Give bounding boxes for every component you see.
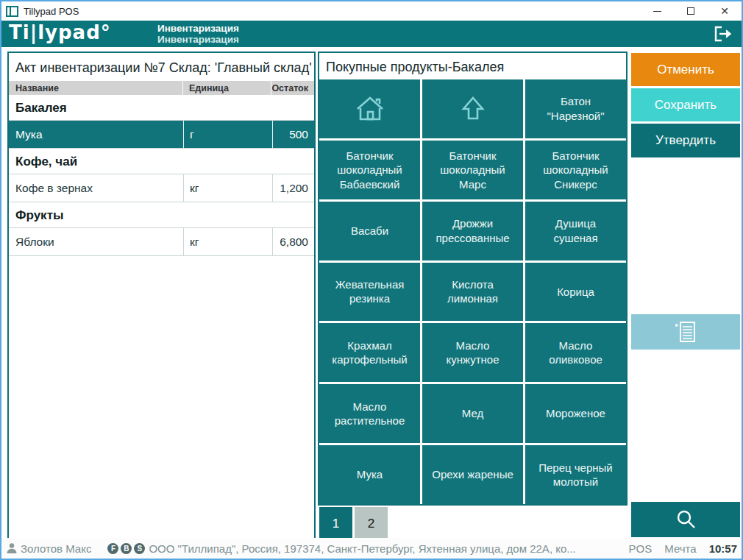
fiscal-indicator-icon: F	[107, 543, 118, 554]
cell-unit: кг	[183, 174, 272, 202]
app-window: Tillypad POS ✕ Ti|lypad° Инвентаризация …	[0, 0, 743, 560]
products-panel: Покупные продукты-Бакалея Батон "Нарезно…	[318, 52, 628, 506]
breadcrumb-subsection: Инвентаризация	[157, 34, 239, 45]
app-header: Ti|lypad° Инвентаризация Инвентаризация	[1, 21, 742, 47]
table-row[interactable]: Кофе в зернах кг 1,200	[9, 174, 314, 202]
table-row-selected[interactable]: Мука г 500	[9, 121, 314, 149]
app-mode: POS	[629, 542, 653, 555]
product-button[interactable]: Перец черный молотый	[525, 445, 626, 504]
current-user: Золотов Макс	[6, 542, 91, 555]
station-name: Мечта	[664, 542, 696, 555]
logout-icon	[713, 25, 733, 43]
product-button[interactable]: Батончик шоколадный Бабаевский	[319, 141, 420, 199]
category-row[interactable]: Бакалея	[9, 95, 314, 121]
tillypad-logo: Ti|lypad°	[9, 21, 111, 43]
product-button[interactable]: Корица	[525, 263, 626, 322]
backup-indicator-icon: B	[121, 543, 132, 554]
document-list-icon	[673, 320, 698, 344]
cell-name: Мука	[9, 121, 183, 148]
inventory-title: Акт инвентаризации №7 Склад: 'Главный ск…	[9, 53, 314, 81]
maximize-button[interactable]	[674, 1, 708, 21]
user-name: Золотов Макс	[21, 542, 91, 555]
app-icon	[6, 6, 18, 17]
cell-qty: 6,800	[272, 228, 314, 255]
document-list-button[interactable]	[631, 314, 740, 350]
status-right: POS Мечта 10:57	[629, 542, 737, 555]
page-button-1[interactable]: 1	[319, 507, 352, 540]
product-button[interactable]: Мороженое	[525, 384, 626, 443]
product-button[interactable]: Орехи жареные	[422, 445, 523, 504]
window-controls: ✕	[640, 1, 742, 21]
cell-unit: г	[183, 121, 272, 148]
product-button[interactable]: Масло кунжутное	[422, 323, 523, 382]
product-button[interactable]: Кислота лимонная	[422, 263, 523, 322]
clock: 10:57	[709, 542, 737, 555]
close-button[interactable]: ✕	[708, 1, 742, 21]
cell-unit: кг	[183, 228, 272, 255]
cell-qty: 1,200	[272, 174, 314, 202]
user-icon	[6, 542, 18, 554]
close-icon: ✕	[720, 5, 729, 17]
cancel-button[interactable]: Отменить	[631, 53, 740, 86]
company-info: ООО "Тиллипад", Россия, 197374, Санкт-Пе…	[149, 542, 628, 555]
inventory-panel: Акт инвентаризации №7 Склад: 'Главный ск…	[7, 52, 316, 539]
product-button[interactable]: Мед	[422, 384, 523, 443]
search-button[interactable]	[631, 502, 740, 537]
product-button[interactable]: Масло растительное	[319, 384, 420, 443]
minimize-icon	[653, 11, 661, 12]
product-button[interactable]: Масло оливковое	[525, 323, 626, 382]
column-header-qty: Остаток	[271, 81, 314, 95]
cell-name: Кофе в зернах	[9, 174, 183, 202]
breadcrumb-section: Инвентаризация	[157, 23, 239, 34]
column-header-unit: Единица	[182, 81, 271, 95]
product-button[interactable]: Жевательная резинка	[319, 263, 420, 322]
home-icon	[353, 95, 387, 123]
product-button[interactable]: Васаби	[319, 202, 420, 260]
save-button[interactable]: Сохранить	[631, 88, 740, 121]
status-indicators: F B S	[107, 543, 145, 554]
products-title: Покупные продукты-Бакалея	[319, 53, 626, 79]
server-indicator-icon: S	[134, 543, 145, 554]
page-button-2[interactable]: 2	[355, 507, 388, 540]
cell-name: Яблоки	[9, 228, 183, 255]
window-title: Tillypad POS	[24, 6, 79, 17]
column-header-name: Название	[9, 83, 182, 93]
search-icon	[674, 508, 697, 531]
approve-button[interactable]: Утвердить	[631, 124, 740, 157]
product-button[interactable]: Батончик шоколадный Марс	[422, 141, 523, 199]
maximize-icon	[687, 7, 694, 15]
status-bar: Золотов Макс F B S ООО "Тиллипад", Росси…	[1, 538, 742, 559]
product-button[interactable]: Крахмал картофельный	[319, 323, 420, 382]
product-button[interactable]: Батончик шоколадный Сникерс	[525, 141, 626, 199]
page-up-button[interactable]	[422, 79, 523, 138]
logout-button[interactable]	[711, 24, 736, 44]
product-button[interactable]: Дрожжи прессованные	[422, 202, 523, 260]
minimize-button[interactable]	[640, 1, 674, 21]
product-button[interactable]: Душица сушеная	[525, 202, 626, 260]
table-row[interactable]: Яблоки кг 6,800	[9, 228, 314, 256]
products-grid: Батон "Нарезной" Батончик шоколадный Баб…	[319, 79, 626, 504]
arrow-up-icon	[458, 94, 488, 124]
product-button[interactable]: Батон "Нарезной"	[525, 79, 626, 138]
title-bar: Tillypad POS ✕	[1, 1, 742, 21]
product-button[interactable]: Мука	[319, 445, 420, 504]
cell-qty: 500	[272, 121, 314, 148]
grid-pagination: 1 2	[319, 507, 388, 540]
home-button[interactable]	[319, 79, 420, 138]
category-row[interactable]: Фрукты	[9, 202, 314, 228]
breadcrumb: Инвентаризация Инвентаризация	[157, 23, 239, 45]
category-row[interactable]: Кофе, чай	[9, 149, 314, 174]
table-header: Название Единица Остаток	[9, 81, 314, 95]
